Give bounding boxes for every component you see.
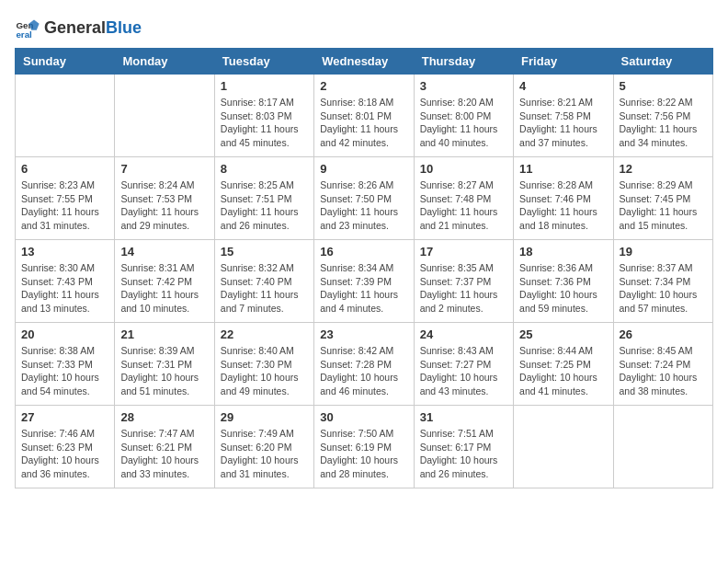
- day-info: Sunrise: 8:32 AM Sunset: 7:40 PM Dayligh…: [221, 261, 308, 316]
- day-number: 2: [320, 79, 407, 93]
- day-info: Sunrise: 8:30 AM Sunset: 7:43 PM Dayligh…: [21, 261, 108, 316]
- day-number: 16: [320, 245, 407, 259]
- day-number: 6: [21, 162, 108, 176]
- day-cell-5: 5Sunrise: 8:22 AM Sunset: 7:56 PM Daylig…: [613, 75, 712, 157]
- day-cell-17: 17Sunrise: 8:35 AM Sunset: 7:37 PM Dayli…: [414, 240, 513, 323]
- day-number: 28: [120, 410, 208, 424]
- day-info: Sunrise: 8:35 AM Sunset: 7:37 PM Dayligh…: [420, 261, 507, 316]
- day-number: 27: [21, 410, 108, 424]
- day-info: Sunrise: 7:51 AM Sunset: 6:17 PM Dayligh…: [420, 427, 507, 481]
- day-number: 5: [620, 79, 707, 93]
- day-info: Sunrise: 8:23 AM Sunset: 7:55 PM Dayligh…: [21, 178, 108, 233]
- empty-cell: [613, 406, 712, 488]
- day-info: Sunrise: 8:21 AM Sunset: 7:58 PM Dayligh…: [519, 96, 607, 150]
- day-number: 3: [420, 79, 507, 93]
- day-number: 31: [420, 410, 507, 424]
- day-cell-26: 26Sunrise: 8:45 AM Sunset: 7:24 PM Dayli…: [613, 323, 712, 406]
- day-info: Sunrise: 7:46 AM Sunset: 6:23 PM Dayligh…: [21, 427, 108, 481]
- day-number: 30: [320, 410, 407, 424]
- column-header-thursday: Thursday: [414, 49, 513, 75]
- day-info: Sunrise: 8:17 AM Sunset: 8:03 PM Dayligh…: [221, 96, 308, 150]
- day-info: Sunrise: 8:34 AM Sunset: 7:39 PM Dayligh…: [320, 261, 407, 316]
- empty-cell: [16, 75, 115, 157]
- day-number: 8: [221, 162, 308, 176]
- logo: Gen eral GeneralBlue: [15, 15, 142, 40]
- day-info: Sunrise: 8:26 AM Sunset: 7:50 PM Dayligh…: [320, 178, 407, 233]
- week-row-3: 13Sunrise: 8:30 AM Sunset: 7:43 PM Dayli…: [16, 240, 713, 323]
- day-number: 26: [620, 327, 707, 341]
- day-info: Sunrise: 8:44 AM Sunset: 7:25 PM Dayligh…: [519, 344, 607, 398]
- column-header-sunday: Sunday: [16, 49, 115, 75]
- day-cell-29: 29Sunrise: 7:49 AM Sunset: 6:20 PM Dayli…: [214, 406, 313, 488]
- day-info: Sunrise: 8:24 AM Sunset: 7:53 PM Dayligh…: [120, 178, 208, 233]
- day-number: 24: [420, 327, 507, 341]
- column-header-tuesday: Tuesday: [214, 49, 313, 75]
- day-cell-8: 8Sunrise: 8:25 AM Sunset: 7:51 PM Daylig…: [214, 157, 313, 240]
- day-number: 19: [620, 245, 707, 259]
- day-cell-20: 20Sunrise: 8:38 AM Sunset: 7:33 PM Dayli…: [16, 323, 115, 406]
- day-number: 22: [221, 327, 308, 341]
- empty-cell: [514, 406, 613, 488]
- day-info: Sunrise: 8:40 AM Sunset: 7:30 PM Dayligh…: [221, 344, 308, 398]
- day-info: Sunrise: 8:31 AM Sunset: 7:42 PM Dayligh…: [120, 261, 208, 316]
- page-header: Gen eral GeneralBlue: [15, 15, 713, 40]
- day-cell-22: 22Sunrise: 8:40 AM Sunset: 7:30 PM Dayli…: [214, 323, 313, 406]
- day-cell-18: 18Sunrise: 8:36 AM Sunset: 7:36 PM Dayli…: [514, 240, 613, 323]
- day-info: Sunrise: 8:45 AM Sunset: 7:24 PM Dayligh…: [620, 344, 707, 398]
- day-info: Sunrise: 8:36 AM Sunset: 7:36 PM Dayligh…: [519, 261, 607, 316]
- day-info: Sunrise: 8:25 AM Sunset: 7:51 PM Dayligh…: [221, 178, 308, 233]
- day-cell-2: 2Sunrise: 8:18 AM Sunset: 8:01 PM Daylig…: [314, 75, 414, 157]
- day-number: 23: [320, 327, 407, 341]
- day-info: Sunrise: 8:37 AM Sunset: 7:34 PM Dayligh…: [620, 261, 707, 316]
- day-cell-28: 28Sunrise: 7:47 AM Sunset: 6:21 PM Dayli…: [115, 406, 214, 488]
- column-header-friday: Friday: [514, 49, 613, 75]
- day-cell-7: 7Sunrise: 8:24 AM Sunset: 7:53 PM Daylig…: [115, 157, 214, 240]
- logo-blue-text: Blue: [106, 18, 142, 37]
- day-cell-16: 16Sunrise: 8:34 AM Sunset: 7:39 PM Dayli…: [314, 240, 414, 323]
- day-info: Sunrise: 7:47 AM Sunset: 6:21 PM Dayligh…: [120, 427, 208, 481]
- day-info: Sunrise: 8:43 AM Sunset: 7:27 PM Dayligh…: [420, 344, 507, 398]
- day-cell-31: 31Sunrise: 7:51 AM Sunset: 6:17 PM Dayli…: [414, 406, 513, 488]
- day-cell-14: 14Sunrise: 8:31 AM Sunset: 7:42 PM Dayli…: [115, 240, 214, 323]
- day-info: Sunrise: 7:50 AM Sunset: 6:19 PM Dayligh…: [320, 427, 407, 481]
- logo-general-text: General: [44, 18, 106, 37]
- day-number: 12: [620, 162, 707, 176]
- day-info: Sunrise: 8:27 AM Sunset: 7:48 PM Dayligh…: [420, 178, 507, 233]
- day-info: Sunrise: 8:20 AM Sunset: 8:00 PM Dayligh…: [420, 96, 507, 150]
- day-cell-6: 6Sunrise: 8:23 AM Sunset: 7:55 PM Daylig…: [16, 157, 115, 240]
- day-number: 7: [120, 162, 208, 176]
- day-number: 21: [120, 327, 208, 341]
- day-info: Sunrise: 8:39 AM Sunset: 7:31 PM Dayligh…: [120, 344, 208, 398]
- day-cell-24: 24Sunrise: 8:43 AM Sunset: 7:27 PM Dayli…: [414, 323, 513, 406]
- day-cell-1: 1Sunrise: 8:17 AM Sunset: 8:03 PM Daylig…: [214, 75, 313, 157]
- day-info: Sunrise: 8:29 AM Sunset: 7:45 PM Dayligh…: [620, 178, 707, 233]
- day-number: 29: [221, 410, 308, 424]
- day-cell-21: 21Sunrise: 8:39 AM Sunset: 7:31 PM Dayli…: [115, 323, 214, 406]
- day-cell-23: 23Sunrise: 8:42 AM Sunset: 7:28 PM Dayli…: [314, 323, 414, 406]
- day-info: Sunrise: 8:42 AM Sunset: 7:28 PM Dayligh…: [320, 344, 407, 398]
- day-cell-10: 10Sunrise: 8:27 AM Sunset: 7:48 PM Dayli…: [414, 157, 513, 240]
- day-number: 15: [221, 245, 308, 259]
- day-cell-13: 13Sunrise: 8:30 AM Sunset: 7:43 PM Dayli…: [16, 240, 115, 323]
- day-number: 4: [519, 79, 607, 93]
- day-number: 14: [120, 245, 208, 259]
- day-cell-3: 3Sunrise: 8:20 AM Sunset: 8:00 PM Daylig…: [414, 75, 513, 157]
- day-number: 18: [519, 245, 607, 259]
- day-number: 9: [320, 162, 407, 176]
- day-cell-30: 30Sunrise: 7:50 AM Sunset: 6:19 PM Dayli…: [314, 406, 414, 488]
- day-info: Sunrise: 8:18 AM Sunset: 8:01 PM Dayligh…: [320, 96, 407, 150]
- day-cell-12: 12Sunrise: 8:29 AM Sunset: 7:45 PM Dayli…: [613, 157, 712, 240]
- day-info: Sunrise: 8:28 AM Sunset: 7:46 PM Dayligh…: [519, 178, 607, 233]
- calendar-header-row: SundayMondayTuesdayWednesdayThursdayFrid…: [16, 49, 713, 75]
- day-number: 1: [221, 79, 308, 93]
- day-info: Sunrise: 7:49 AM Sunset: 6:20 PM Dayligh…: [221, 427, 308, 481]
- empty-cell: [115, 75, 214, 157]
- day-cell-9: 9Sunrise: 8:26 AM Sunset: 7:50 PM Daylig…: [314, 157, 414, 240]
- day-cell-25: 25Sunrise: 8:44 AM Sunset: 7:25 PM Dayli…: [514, 323, 613, 406]
- day-number: 25: [519, 327, 607, 341]
- day-number: 17: [420, 245, 507, 259]
- column-header-wednesday: Wednesday: [314, 49, 414, 75]
- day-cell-27: 27Sunrise: 7:46 AM Sunset: 6:23 PM Dayli…: [16, 406, 115, 488]
- day-cell-4: 4Sunrise: 8:21 AM Sunset: 7:58 PM Daylig…: [514, 75, 613, 157]
- day-info: Sunrise: 8:22 AM Sunset: 7:56 PM Dayligh…: [620, 96, 707, 150]
